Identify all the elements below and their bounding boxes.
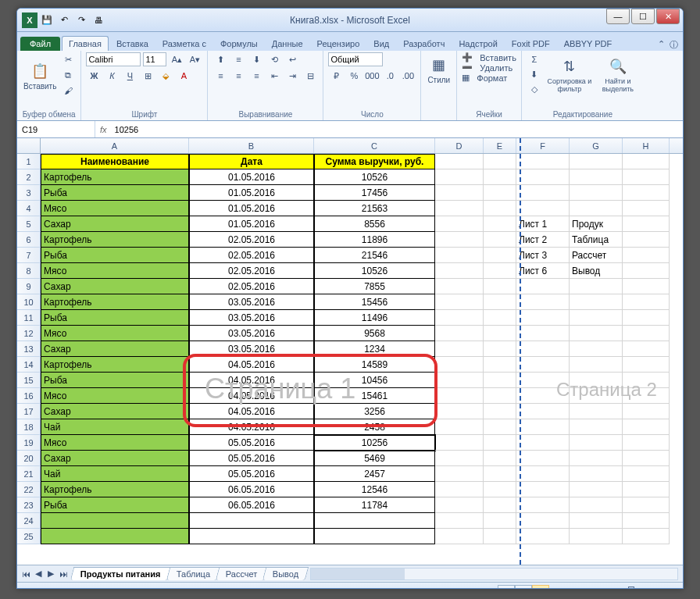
cell[interactable]: Картофель bbox=[41, 294, 189, 310]
cell[interactable]: Сумма выручки, руб. bbox=[314, 154, 435, 169]
column-header[interactable]: A bbox=[41, 138, 189, 153]
cell[interactable] bbox=[570, 185, 623, 201]
align-top-icon[interactable]: ⬆ bbox=[212, 52, 228, 66]
row-header[interactable]: 21 bbox=[17, 466, 41, 482]
percent-icon[interactable]: % bbox=[346, 69, 362, 83]
sheet-tab[interactable]: Вывод bbox=[262, 567, 309, 580]
fill-icon[interactable]: ⬇ bbox=[527, 67, 542, 81]
redo-icon[interactable]: ↷ bbox=[73, 12, 89, 28]
row-header[interactable]: 2 bbox=[17, 169, 41, 185]
orientation-icon[interactable]: ⟲ bbox=[266, 52, 282, 66]
cell[interactable] bbox=[189, 513, 314, 529]
cell[interactable] bbox=[435, 497, 484, 513]
cell[interactable] bbox=[623, 201, 670, 216]
cell[interactable] bbox=[570, 341, 623, 357]
cell[interactable] bbox=[484, 451, 516, 466]
cell[interactable] bbox=[623, 513, 670, 529]
cell[interactable] bbox=[516, 529, 570, 544]
cell[interactable] bbox=[484, 419, 516, 435]
tab-developer[interactable]: Разработч bbox=[397, 37, 451, 51]
cell[interactable] bbox=[435, 185, 484, 201]
row-header[interactable]: 19 bbox=[17, 435, 41, 451]
cell[interactable] bbox=[435, 435, 484, 451]
cell[interactable] bbox=[570, 435, 623, 451]
cell[interactable] bbox=[570, 326, 623, 341]
cell[interactable]: 03.05.2016 bbox=[189, 341, 314, 357]
cell[interactable] bbox=[435, 373, 484, 388]
align-middle-icon[interactable]: ≡ bbox=[230, 52, 246, 66]
row-header[interactable]: 4 bbox=[17, 201, 41, 216]
cell[interactable] bbox=[516, 279, 570, 294]
cell[interactable] bbox=[516, 435, 570, 451]
cell[interactable] bbox=[623, 529, 670, 544]
cell[interactable]: 04.05.2016 bbox=[189, 419, 314, 435]
autosum-icon[interactable]: Σ bbox=[527, 52, 542, 66]
cell[interactable] bbox=[623, 466, 670, 482]
cell[interactable]: 12546 bbox=[314, 482, 435, 497]
row-header[interactable]: 16 bbox=[17, 388, 41, 404]
align-right-icon[interactable]: ≡ bbox=[248, 69, 264, 83]
page-layout-view-icon[interactable]: ▤ bbox=[515, 585, 532, 590]
cell[interactable] bbox=[570, 373, 623, 388]
cell[interactable]: Чай bbox=[41, 419, 189, 435]
zoom-out-button[interactable]: − bbox=[580, 587, 585, 590]
cell[interactable] bbox=[435, 294, 484, 310]
cell[interactable] bbox=[623, 451, 670, 466]
find-select-button[interactable]: 🔍 Найти и выделить bbox=[597, 54, 639, 94]
cell[interactable]: Лист 2 bbox=[516, 232, 570, 248]
zoom-thumb[interactable] bbox=[628, 587, 634, 590]
cell[interactable] bbox=[623, 373, 670, 388]
cell[interactable] bbox=[516, 513, 570, 529]
cell[interactable] bbox=[516, 154, 570, 169]
print-icon[interactable]: 🖶 bbox=[91, 12, 106, 28]
sheet-tab[interactable]: Продукты питания bbox=[70, 567, 171, 580]
cell[interactable]: 02.05.2016 bbox=[189, 279, 314, 294]
cell[interactable]: 5469 bbox=[314, 451, 435, 466]
comma-icon[interactable]: 000 bbox=[364, 69, 380, 83]
column-header[interactable]: H bbox=[623, 138, 670, 153]
cell[interactable] bbox=[516, 326, 570, 341]
cell[interactable] bbox=[484, 310, 516, 326]
font-color-icon[interactable]: A bbox=[176, 69, 191, 83]
row-header[interactable]: 1 bbox=[17, 154, 41, 169]
cell[interactable]: 2457 bbox=[314, 466, 435, 482]
tab-foxit[interactable]: Foxit PDF bbox=[505, 37, 556, 51]
cell[interactable] bbox=[516, 294, 570, 310]
cell[interactable] bbox=[435, 263, 484, 279]
cell[interactable]: 15456 bbox=[314, 294, 435, 310]
cell[interactable]: 02.05.2016 bbox=[189, 248, 314, 263]
cell[interactable]: 04.05.2016 bbox=[189, 357, 314, 373]
cell[interactable] bbox=[623, 388, 670, 404]
cell[interactable]: Лист 6 bbox=[516, 263, 570, 279]
cells-format-button[interactable]: ▦ Формат bbox=[462, 73, 516, 83]
cell[interactable]: Лист 1 bbox=[516, 216, 570, 232]
row-header[interactable]: 18 bbox=[17, 419, 41, 435]
cell[interactable]: 05.05.2016 bbox=[189, 435, 314, 451]
scroll-thumb[interactable] bbox=[311, 569, 405, 579]
row-header[interactable]: 20 bbox=[17, 451, 41, 466]
horizontal-scrollbar[interactable] bbox=[310, 568, 678, 580]
cell[interactable]: 21546 bbox=[314, 248, 435, 263]
column-header[interactable]: C bbox=[314, 138, 435, 153]
cell[interactable]: 11496 bbox=[314, 310, 435, 326]
select-all-corner[interactable] bbox=[17, 138, 41, 153]
cell[interactable]: Лист 3 bbox=[516, 248, 570, 263]
cell[interactable] bbox=[623, 294, 670, 310]
row-header[interactable]: 14 bbox=[17, 357, 41, 373]
cell[interactable]: Вывод bbox=[570, 263, 623, 279]
cell[interactable] bbox=[516, 482, 570, 497]
formula-input[interactable]: 10256 bbox=[112, 125, 683, 134]
cell[interactable] bbox=[623, 404, 670, 419]
align-center-icon[interactable]: ≡ bbox=[230, 69, 246, 83]
cell[interactable]: 04.05.2016 bbox=[189, 388, 314, 404]
cell[interactable]: Рассчет bbox=[570, 248, 623, 263]
cell[interactable]: Сахар bbox=[41, 279, 189, 294]
cell[interactable]: Рыба bbox=[41, 248, 189, 263]
cell[interactable] bbox=[516, 419, 570, 435]
cut-icon[interactable]: ✂ bbox=[60, 52, 76, 66]
sheet-nav-first-icon[interactable]: ⏮ bbox=[20, 568, 31, 580]
decrease-decimal-icon[interactable]: .00 bbox=[400, 69, 416, 83]
align-bottom-icon[interactable]: ⬇ bbox=[248, 52, 264, 66]
cell[interactable]: 01.05.2016 bbox=[189, 185, 314, 201]
cell[interactable] bbox=[623, 185, 670, 201]
